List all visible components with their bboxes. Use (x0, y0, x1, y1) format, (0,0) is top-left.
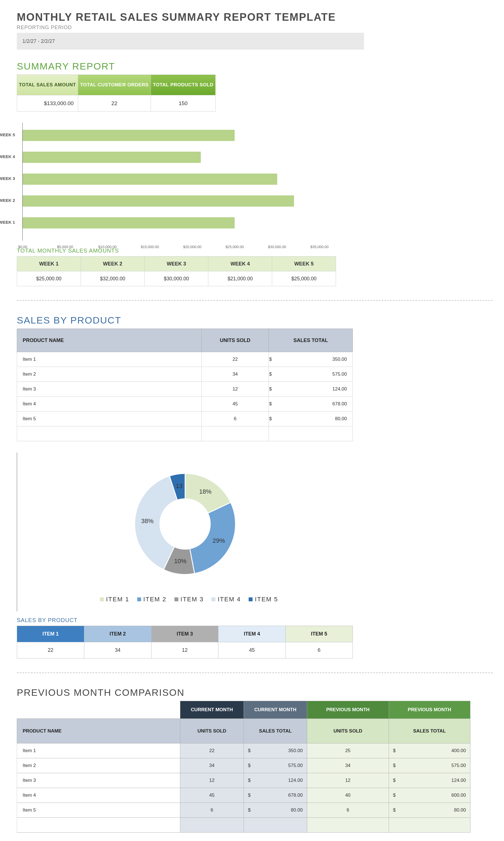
x-tick: $10,000.00 (98, 245, 116, 249)
weeks-header: WEEK 1 (17, 257, 81, 271)
cmp-top-prev1: PREVIOUS MONTH (307, 701, 389, 719)
x-tick: $0.00 (18, 245, 28, 249)
weeks-header: WEEK 4 (208, 257, 272, 271)
weeks-value: $21,000.00 (208, 271, 272, 286)
items-units-heading: SALES BY PRODUCT (17, 617, 493, 623)
items-header: ITEM 2 (84, 626, 151, 642)
cmp-prev-units: 12 (307, 773, 389, 788)
cmp-prev-units: 25 (307, 743, 389, 758)
weeks-value: $25,000.00 (17, 271, 81, 286)
cmp-name: Item 5 (17, 803, 180, 818)
prod-name: Item 5 (17, 412, 202, 426)
table-row: Item 56$80.006$80.00 (17, 803, 470, 818)
prod-sales: $350.00 (269, 352, 353, 367)
cmp-cur-units: 12 (180, 773, 244, 788)
prod-name: Item 4 (17, 397, 202, 412)
cmp-cur-sales: $350.00 (244, 743, 307, 758)
items-value: 34 (84, 642, 151, 658)
cmp-top-prev2: PREVIOUS MONTH (389, 701, 470, 719)
x-tick: $20,000.00 (183, 245, 201, 249)
summary-val-products: 150 (151, 95, 216, 111)
items-value: 22 (17, 642, 84, 658)
donut-slice-label: 10% (174, 557, 186, 565)
x-tick: $5,000.00 (57, 245, 73, 249)
prod-col-units: UNITS SOLD (202, 329, 269, 352)
table-row: Item 445$678.0040$600.00 (17, 788, 470, 803)
table-row: Item 234$575.0034$575.00 (17, 758, 470, 773)
prod-sales: $575.00 (269, 367, 353, 382)
items-header: ITEM 4 (218, 626, 286, 642)
page-title: MONTHLY RETAIL SALES SUMMARY REPORT TEMP… (17, 11, 493, 23)
summary-col-products: TOTAL PRODUCTS SOLD (151, 75, 216, 95)
donut-slice-label: 13 (176, 482, 183, 490)
bar (23, 173, 277, 185)
x-tick: $35,000.00 (310, 245, 328, 249)
prod-units: 22 (202, 352, 269, 367)
table-row: Item 445$678.00 (17, 397, 353, 412)
cmp-cur-units: 34 (180, 758, 244, 773)
bar-label: WEEK 2 (0, 198, 15, 203)
prod-name: Item 2 (17, 367, 202, 382)
items-header: ITEM 5 (286, 626, 353, 642)
divider (17, 672, 493, 673)
bar (23, 130, 235, 141)
weeks-value: $25,000.00 (272, 271, 336, 286)
items-value: 45 (218, 642, 286, 658)
cmp-sub-ps: SALES TOTAL (389, 719, 470, 743)
items-units-table: ITEM 1ITEM 2ITEM 3ITEM 4ITEM 5 223412456 (17, 626, 353, 658)
sales-by-product-table: PRODUCT NAME UNITS SOLD SALES TOTAL Item… (17, 329, 353, 441)
cmp-sub-pu: UNITS SOLD (307, 719, 389, 743)
bar (23, 195, 294, 207)
summary-heading: SUMMARY REPORT (17, 61, 493, 72)
cmp-sub-name: PRODUCT NAME (17, 719, 180, 743)
cmp-cur-units: 45 (180, 788, 244, 803)
weeks-header: WEEK 2 (80, 257, 144, 271)
cmp-cur-sales: $80.00 (244, 803, 307, 818)
cmp-cur-sales: $678.00 (244, 788, 307, 803)
x-tick: $15,000.00 (141, 245, 159, 249)
summary-col-orders: TOTAL CUSTOMER ORDERS (78, 75, 151, 95)
prod-name: Item 3 (17, 382, 202, 397)
prod-units: 45 (202, 397, 269, 412)
items-header: ITEM 3 (151, 626, 218, 642)
comparison-heading: PREVIOUS MONTH COMPARISON (17, 687, 493, 698)
table-row: Item 234$575.00 (17, 367, 353, 382)
legend-swatch (100, 597, 104, 601)
sales-by-product-heading: SALES BY PRODUCT (17, 315, 493, 326)
cmp-cur-units: 22 (180, 743, 244, 758)
legend-swatch (137, 597, 141, 601)
weekly-sales-bar-chart: $0.00$5,000.00$10,000.00$15,000.00$20,00… (22, 123, 336, 241)
table-row: Item 122$350.0025$400.00 (17, 743, 470, 758)
weeks-header: WEEK 3 (144, 257, 208, 271)
cmp-top-cur1: CURRENT MONTH (180, 701, 244, 719)
items-value: 6 (286, 642, 353, 658)
cmp-prev-units: 40 (307, 788, 389, 803)
cmp-cur-sales: $124.00 (244, 773, 307, 788)
cmp-prev-sales: $400.00 (389, 743, 470, 758)
reporting-label: REPORTING PERIOD (17, 25, 493, 31)
cmp-top-cur2: CURRENT MONTH (244, 701, 307, 719)
prod-sales: $80.00 (269, 412, 353, 426)
cmp-sub-cu: UNITS SOLD (180, 719, 244, 743)
summary-val-orders: 22 (78, 95, 151, 111)
reporting-period: 1/2/27 - 2/2/27 (17, 33, 364, 50)
donut-slice-label: 18% (199, 488, 211, 495)
cmp-name: Item 3 (17, 773, 180, 788)
summary-col-sales: TOTAL SALES AMOUNT (17, 75, 78, 95)
table-row: Item 122$350.00 (17, 352, 353, 367)
cmp-name: Item 4 (17, 788, 180, 803)
cmp-sub-cs: SALES TOTAL (244, 719, 307, 743)
table-row: Item 56$80.00 (17, 412, 353, 426)
weeks-value: $30,000.00 (144, 271, 208, 286)
bar-label: WEEK 3 (0, 176, 15, 181)
cmp-cur-units: 6 (180, 803, 244, 818)
cmp-prev-units: 34 (307, 758, 389, 773)
legend-label: ITEM 1 (106, 596, 129, 603)
prod-units: 6 (202, 412, 269, 426)
comparison-table: CURRENT MONTH CURRENT MONTH PREVIOUS MON… (17, 701, 470, 833)
bar-label: WEEK 1 (0, 220, 15, 225)
weeks-header: WEEK 5 (272, 257, 336, 271)
donut-slice-label: 38% (141, 517, 154, 525)
table-row: Item 312$124.0012$124.00 (17, 773, 470, 788)
prod-units: 12 (202, 382, 269, 397)
